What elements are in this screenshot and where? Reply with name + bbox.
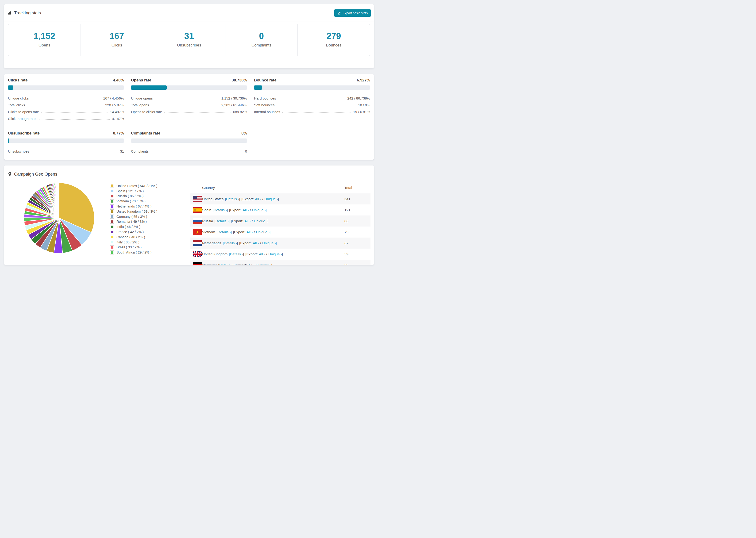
export-unique-link[interactable]: Unique ›: [252, 208, 266, 212]
legend-item[interactable]: South Africa ( 29 / 2% ): [110, 250, 157, 255]
metric-value: 242 / 86.738%: [347, 96, 370, 100]
opens-rate-bar: [131, 85, 247, 90]
legend-item[interactable]: Germany ( 55 / 3% ): [110, 214, 157, 219]
rate-value: 0%: [242, 131, 247, 135]
legend-item[interactable]: Romania ( 49 / 3% ): [110, 219, 157, 224]
details-link[interactable]: Details ›: [226, 197, 239, 201]
country-total: 79: [345, 230, 370, 234]
legend-item[interactable]: Brazil ( 33 / 2% ): [110, 245, 157, 250]
stat-complaints: 0 Complaints: [225, 24, 297, 56]
flag-spain-icon: [190, 207, 202, 213]
export-all-link[interactable]: All ›: [255, 197, 261, 201]
details-link[interactable]: Details ›: [218, 230, 231, 234]
stat-label: Unsubscribes: [153, 43, 225, 48]
flag-netherlands-icon: [190, 240, 202, 246]
legend-swatch: [110, 184, 114, 188]
legend-item[interactable]: Russia ( 86 / 5% ): [110, 194, 157, 199]
legend-item[interactable]: Netherlands ( 67 / 4% ): [110, 204, 157, 209]
legend-item[interactable]: United States ( 541 / 31% ): [110, 183, 157, 188]
details-link[interactable]: Details ›: [224, 241, 237, 245]
export-unique-link[interactable]: Unique ›: [262, 241, 276, 245]
stat-label: Opens: [8, 43, 81, 48]
export-unique-link[interactable]: Unique ›: [264, 197, 278, 201]
country-name: Germany: [202, 263, 217, 265]
legend-swatch: [110, 199, 114, 203]
export-unique-link[interactable]: Unique ›: [254, 219, 267, 223]
dotted-leader: [151, 152, 243, 152]
stat-label: Complaints: [225, 43, 297, 48]
rate-title: Bounce rate: [254, 78, 276, 82]
metric-value: 689.82%: [233, 110, 247, 114]
stat-label: Clicks: [81, 43, 153, 48]
legend-item[interactable]: Vietnam ( 79 / 5% ): [110, 198, 157, 204]
details-link[interactable]: Details ›: [219, 263, 233, 265]
tracking-stats-header: Tracking stats Export basic stats: [4, 4, 374, 22]
legend-swatch: [110, 235, 114, 239]
table-row: Netherlands[Details ›][Export:All ›/Uniq…: [190, 238, 370, 248]
country-name: Netherlands: [202, 241, 221, 245]
legend-item[interactable]: France ( 42 / 2% ): [110, 229, 157, 235]
legend-item[interactable]: Canada ( 40 / 2% ): [110, 235, 157, 240]
legend-swatch: [110, 225, 114, 229]
export-unique-link[interactable]: Unique ›: [257, 263, 271, 265]
export-all-link[interactable]: All ›: [253, 241, 259, 245]
legend-swatch: [110, 189, 114, 193]
stat-opens: 1,152 Opens: [8, 24, 81, 56]
export-icon: [337, 11, 341, 15]
dotted-leader: [151, 106, 219, 106]
legend-swatch: [110, 250, 114, 254]
legend-item[interactable]: India ( 46 / 3% ): [110, 224, 157, 229]
metric-label: Soft bounces: [254, 103, 277, 107]
complaints-rate-bar: [131, 138, 247, 143]
legend-swatch: [110, 204, 114, 208]
metric-label: Total opens: [131, 103, 151, 107]
export-all-link[interactable]: All ›: [246, 230, 253, 234]
table-row: United States[Details ›][Export:All ›/Un…: [190, 193, 370, 204]
details-link[interactable]: Details ›: [216, 219, 229, 223]
export-basic-stats-button[interactable]: Export basic stats: [334, 9, 371, 17]
legend-item[interactable]: Spain ( 121 / 7% ): [110, 188, 157, 194]
dotted-leader: [278, 99, 345, 99]
clicks-rate-bar: [8, 85, 124, 90]
stat-clicks: 167 Clicks: [81, 24, 153, 56]
legend-swatch: [110, 215, 114, 219]
country-total: 86: [345, 219, 370, 223]
stat-value: 167: [81, 32, 153, 40]
campaign-geo-opens-card: Campaign Geo Opens United States ( 541 /…: [4, 166, 374, 265]
details-link[interactable]: Details ›: [214, 208, 227, 212]
export-all-link[interactable]: All ›: [248, 263, 254, 265]
metric-value: 2,303 / 61.446%: [221, 103, 247, 107]
table-row: Germany[Details ›][Export:All ›/Unique ›…: [190, 260, 370, 265]
page-title: Tracking stats: [14, 10, 41, 16]
geo-pie-chart[interactable]: [22, 181, 96, 255]
rate-value: 0.77%: [113, 131, 124, 135]
export-all-link[interactable]: All ›: [243, 208, 249, 212]
legend-swatch: [110, 220, 114, 224]
metric-label: Complaints: [131, 149, 151, 153]
metric-value: 220 / 5.87%: [105, 103, 124, 107]
rate-title: Clicks rate: [8, 78, 27, 82]
flag-us-icon: [190, 196, 202, 202]
table-row: Russia[Details ›][Export:All ›/Unique ›]…: [190, 215, 370, 227]
legend-item[interactable]: United Kingdom ( 59 / 3% ): [110, 209, 157, 214]
clicks-rate-block: Clicks rate 4.46% Unique clicks167 / 4.4…: [8, 78, 124, 121]
metric-value: 31: [120, 149, 124, 153]
legend-item[interactable]: Italy ( 36 / 2% ): [110, 240, 157, 245]
export-button-label: Export basic stats: [343, 11, 368, 15]
progress-fill: [8, 138, 9, 143]
metric-value: 167 / 4.456%: [103, 96, 124, 100]
column-total: Total: [345, 186, 370, 190]
dotted-leader: [27, 106, 103, 106]
details-link[interactable]: Details ›: [230, 252, 243, 256]
export-unique-link[interactable]: Unique ›: [268, 252, 282, 256]
metric-label: Unsubscribes: [8, 149, 31, 153]
export-all-link[interactable]: All ›: [259, 252, 265, 256]
flag-uk-icon: [190, 251, 202, 257]
geo-title: Campaign Geo Opens: [14, 172, 57, 177]
metric-label: Unique clicks: [8, 96, 31, 100]
export-all-link[interactable]: All ›: [244, 219, 250, 223]
stat-value: 279: [298, 32, 370, 40]
geo-header: Campaign Geo Opens: [4, 166, 374, 183]
country-total: 541: [345, 197, 370, 201]
export-unique-link[interactable]: Unique ›: [256, 230, 269, 234]
